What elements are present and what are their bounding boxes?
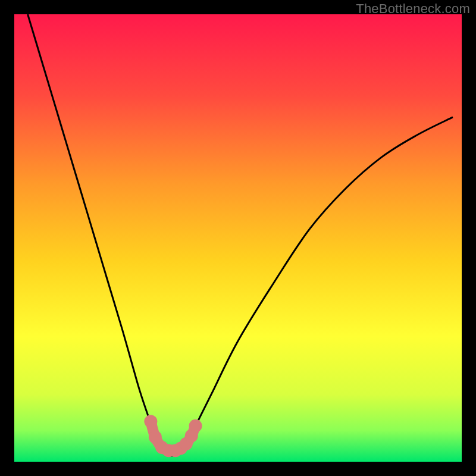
gradient-background [14,14,462,462]
minimum-band-point [189,419,202,433]
watermark-text: TheBottleneck.com [356,1,470,17]
bottleneck-chart [14,14,462,462]
chart-frame [14,14,462,462]
minimum-band-point [144,415,157,428]
